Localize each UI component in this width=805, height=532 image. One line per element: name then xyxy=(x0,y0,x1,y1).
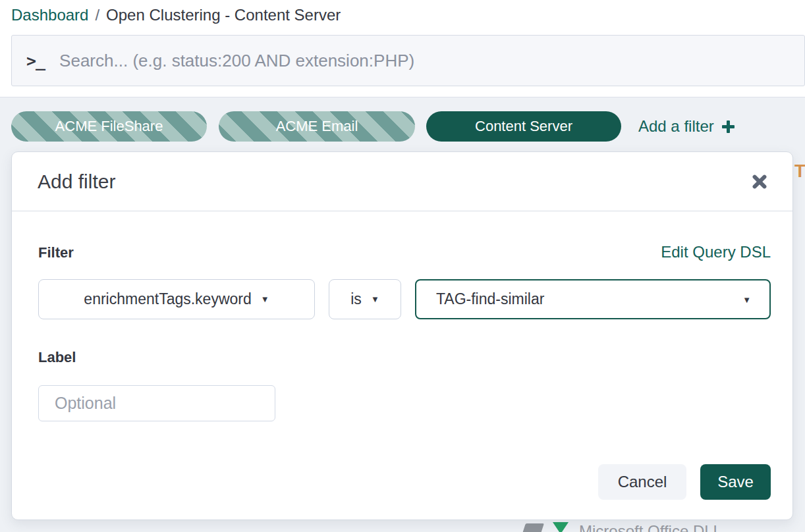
filter-heading: Filter xyxy=(38,244,74,261)
status-triangle-icon xyxy=(553,522,569,532)
field-dropdown-value: enrichmentTags.keyword xyxy=(84,290,251,308)
plus-icon xyxy=(722,120,735,133)
filter-section-header: Filter Edit Query DSL xyxy=(38,243,771,261)
background-partial-glyph: T xyxy=(794,161,805,182)
label-heading: Label xyxy=(38,349,771,366)
search-input[interactable] xyxy=(59,51,804,71)
save-button[interactable]: Save xyxy=(700,464,771,500)
label-input[interactable] xyxy=(38,385,275,421)
page: { "breadcrumb": { "dashboard": "Dashboar… xyxy=(0,0,805,532)
operator-dropdown-value: is xyxy=(350,290,362,308)
file-type-icon xyxy=(522,523,544,532)
field-dropdown[interactable]: enrichmentTags.keyword ▼ xyxy=(38,279,315,319)
value-dropdown-value: TAG-find-similar xyxy=(436,290,544,308)
chevron-down-icon: ▼ xyxy=(371,295,379,304)
page-title: Open Clustering - Content Server xyxy=(106,6,341,24)
search-bar: >_ xyxy=(11,35,805,86)
breadcrumb-dashboard-link[interactable]: Dashboard xyxy=(11,6,88,24)
terminal-prompt-icon: >_ xyxy=(26,51,45,70)
filter-pill-acme-fileshare[interactable]: ACME FileShare xyxy=(11,111,207,142)
filter-pill-label: ACME Email xyxy=(276,118,358,135)
background-row-text: Microsoft Office DLL xyxy=(579,522,722,532)
filter-pill-content-server[interactable]: Content Server xyxy=(426,111,621,142)
close-icon xyxy=(751,173,768,190)
breadcrumb-separator: / xyxy=(95,6,99,24)
add-filter-modal: Add filter Filter Edit Query DSL enrichm… xyxy=(11,151,793,520)
filter-pill-acme-email[interactable]: ACME Email xyxy=(219,111,415,142)
add-a-filter-button[interactable]: Add a filter xyxy=(638,111,735,142)
cancel-button[interactable]: Cancel xyxy=(598,464,686,500)
close-button[interactable] xyxy=(750,173,769,191)
edit-query-dsl-link[interactable]: Edit Query DSL xyxy=(661,243,771,261)
filter-pill-label: Content Server xyxy=(475,118,572,135)
filter-pill-label: ACME FileShare xyxy=(55,118,163,135)
modal-header: Add filter xyxy=(12,152,792,211)
filter-controls-row: enrichmentTags.keyword ▼ is ▼ TAG-find-s… xyxy=(38,279,771,319)
chevron-down-icon: ▼ xyxy=(261,295,269,304)
add-a-filter-label: Add a filter xyxy=(638,117,714,136)
background-partial-row: Microsoft Office DLL xyxy=(524,522,722,532)
modal-footer: Cancel Save xyxy=(598,464,771,500)
modal-body: Filter Edit Query DSL enrichmentTags.key… xyxy=(12,211,792,421)
value-dropdown[interactable]: TAG-find-similar ▼ xyxy=(415,279,771,319)
modal-title: Add filter xyxy=(38,171,115,193)
operator-dropdown[interactable]: is ▼ xyxy=(329,279,401,319)
breadcrumb: Dashboard / Open Clustering - Content Se… xyxy=(11,6,341,24)
chevron-down-icon: ▼ xyxy=(742,295,751,304)
